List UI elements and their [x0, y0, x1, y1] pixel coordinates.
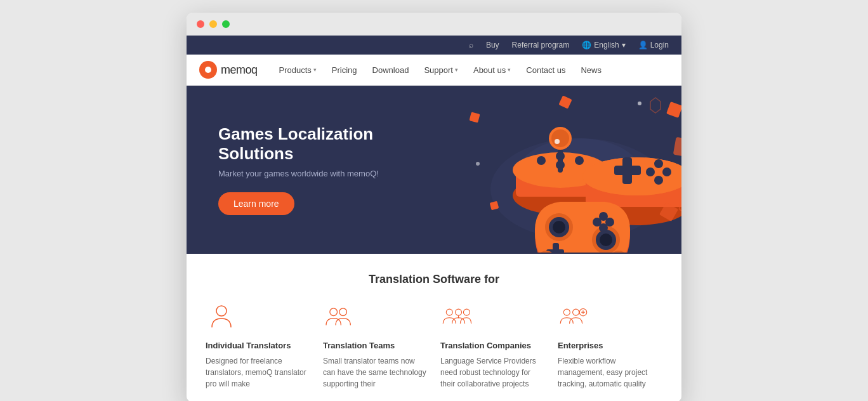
referral-link[interactable]: Referral program: [512, 41, 570, 49]
svg-rect-38: [666, 102, 681, 118]
hero-content: Games Localization Solutions Market your…: [187, 99, 459, 240]
card-title-companies: Translation Companies: [440, 341, 531, 350]
chevron-icon: ▾: [455, 67, 458, 73]
svg-point-21: [646, 168, 655, 176]
card-desc-enterprises: Flexible workflow management, easy proje…: [558, 355, 662, 390]
logo-text: memoq: [221, 63, 258, 77]
svg-rect-37: [469, 112, 480, 122]
svg-point-7: [551, 129, 569, 147]
hero-section: Games Localization Solutions Market your…: [187, 86, 681, 254]
svg-point-55: [463, 309, 470, 315]
nav-item-pricing[interactable]: Pricing: [332, 65, 357, 75]
globe-icon: 🌐: [582, 41, 591, 49]
card-individual-translators: Individual Translators Designed for free…: [206, 301, 310, 390]
browser-window: ⌕ Buy Referral program 🌐 English ▾ 👤 Log…: [187, 13, 681, 401]
card-desc-companies: Language Service Providers need robust t…: [440, 355, 545, 390]
svg-point-25: [553, 221, 565, 233]
svg-point-58: [573, 309, 579, 315]
utility-bar: ⌕ Buy Referral program 🌐 English ▾ 👤 Log…: [187, 36, 681, 55]
cards-section: Translation Software for Individual Tran…: [187, 254, 681, 401]
card-title-enterprises: Enterprises: [558, 341, 603, 350]
search-icon: ⌕: [469, 41, 473, 49]
dot-maximize[interactable]: [222, 20, 230, 28]
search-button[interactable]: ⌕: [469, 41, 473, 49]
card-desc-individual: Designed for freelance translators, memo…: [206, 355, 310, 390]
card-title-teams: Translation Teams: [323, 341, 395, 350]
svg-rect-41: [558, 95, 572, 108]
enterprises-icon: [558, 301, 589, 333]
card-translation-companies: Translation Companies Language Service P…: [440, 301, 545, 390]
hero-title: Games Localization Solutions: [218, 124, 427, 164]
svg-rect-17: [614, 166, 641, 175]
hero-cta-button[interactable]: Learn more: [218, 192, 294, 215]
logo[interactable]: memoq: [199, 61, 258, 79]
login-link[interactable]: 👤 Login: [638, 41, 669, 49]
svg-point-28: [600, 233, 612, 246]
chevron-icon: ▾: [313, 67, 317, 73]
svg-point-19: [662, 168, 671, 176]
svg-point-18: [654, 159, 663, 168]
nav-item-support[interactable]: Support ▾: [424, 65, 458, 75]
cards-title: Translation Software for: [199, 273, 669, 286]
individual-translators-icon: [206, 301, 237, 333]
chevron-icon: ▾: [508, 67, 511, 73]
svg-point-44: [555, 139, 560, 144]
nav-item-download[interactable]: Download: [372, 65, 409, 75]
nav-item-news[interactable]: News: [581, 65, 602, 75]
main-nav: memoq Products ▾ Pricing Download Suppor…: [187, 55, 681, 86]
svg-point-10: [575, 156, 584, 165]
hero-svg: [459, 88, 681, 253]
svg-point-53: [446, 309, 452, 315]
hero-illustration: [459, 86, 681, 254]
logo-icon: [199, 61, 217, 79]
nav-item-about[interactable]: About us ▾: [473, 65, 511, 75]
user-icon: 👤: [638, 41, 648, 49]
svg-point-34: [599, 223, 608, 232]
svg-point-11: [556, 161, 565, 169]
card-title-individual: Individual Translators: [206, 341, 291, 350]
browser-chrome: [187, 13, 681, 36]
card-desc-teams: Small translator teams now can have the …: [323, 355, 428, 390]
svg-point-52: [339, 308, 347, 316]
svg-point-50: [216, 306, 227, 316]
buy-link[interactable]: Buy: [486, 41, 499, 49]
svg-rect-39: [673, 136, 681, 157]
svg-marker-49: [650, 98, 661, 113]
svg-point-9: [556, 152, 565, 161]
svg-point-47: [476, 162, 480, 166]
nav-item-contact[interactable]: Contact us: [526, 65, 565, 75]
svg-point-51: [330, 308, 338, 316]
translation-teams-icon: [323, 301, 355, 333]
dot-close[interactable]: [197, 20, 204, 28]
svg-point-8: [537, 156, 546, 165]
cards-grid: Individual Translators Designed for free…: [199, 301, 669, 390]
card-enterprises: Enterprises Flexible workflow management…: [558, 301, 662, 390]
svg-point-20: [654, 176, 663, 185]
translation-companies-icon: [440, 301, 472, 333]
language-selector[interactable]: 🌐 English ▾: [582, 41, 625, 49]
hero-subtitle: Market your games worldwide with memoQ!: [218, 169, 427, 178]
svg-point-54: [456, 309, 462, 315]
card-translation-teams: Translation Teams Small translator teams…: [323, 301, 428, 390]
chevron-down-icon: ▾: [622, 41, 626, 49]
nav-item-products[interactable]: Products ▾: [279, 65, 317, 75]
svg-point-45: [638, 102, 641, 105]
dot-minimize[interactable]: [209, 20, 217, 28]
svg-point-57: [563, 309, 570, 315]
